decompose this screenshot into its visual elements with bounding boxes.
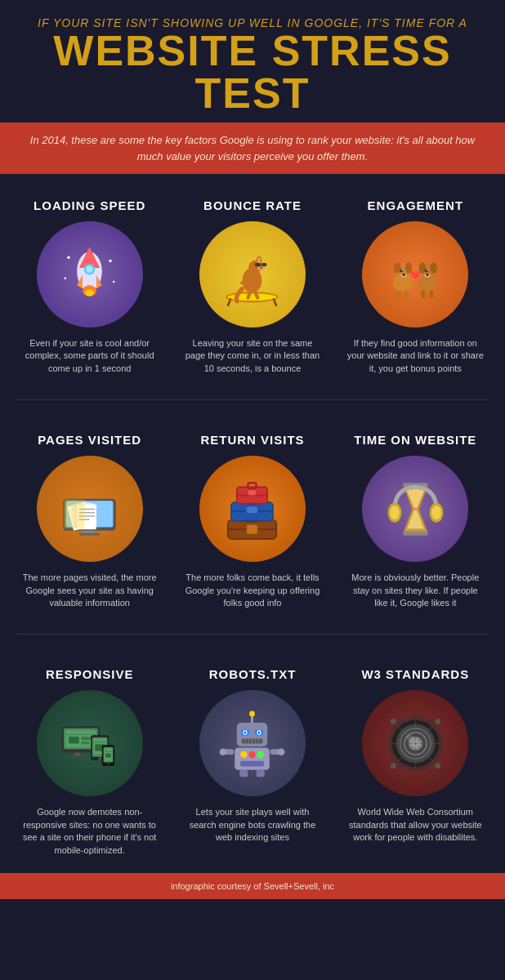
svg-point-87: [431, 506, 441, 519]
header-title: WEBSITE STRESS TEST: [16, 29, 489, 114]
svg-rect-134: [257, 770, 265, 777]
row-3: RESPONSIVE: [0, 643, 505, 873]
w3-standards-item: W3 STANDARDS: [334, 659, 497, 865]
pages-visited-title: PAGES VISITED: [38, 433, 141, 448]
engagement-item: ENGAGEMENT: [334, 190, 497, 383]
svg-point-148: [435, 719, 440, 724]
responsive-title: RESPONSIVE: [46, 667, 134, 682]
robots-txt-icon-circle: [199, 690, 306, 796]
svg-point-132: [278, 748, 285, 755]
engagement-title: ENGAGEMENT: [368, 198, 464, 213]
dogs-icon: [381, 240, 450, 310]
robots-txt-desc: Lets your site plays well with search en…: [183, 806, 322, 844]
svg-point-33: [405, 262, 413, 274]
svg-point-110: [250, 710, 256, 716]
svg-point-117: [258, 731, 261, 733]
pages-visited-item: PAGES VISITED: [8, 425, 171, 617]
return-visits-desc: The more folks come back, it tells Googl…: [183, 572, 322, 609]
footer-text: infographic courtesy of Sevell+Sevell, i…: [171, 881, 334, 891]
robots-txt-title: ROBOTS.TXT: [209, 667, 297, 682]
svg-point-37: [402, 273, 404, 275]
svg-point-147: [391, 719, 396, 724]
svg-point-125: [241, 751, 248, 759]
engagement-icon-circle: [362, 221, 468, 327]
svg-point-44: [425, 269, 428, 272]
row-1: LOADING SPEED Even: [0, 174, 505, 391]
return-visits-icon-circle: [199, 456, 306, 562]
svg-rect-51: [79, 532, 101, 535]
svg-rect-76: [248, 489, 257, 495]
kangaroo-icon: [217, 240, 287, 310]
time-on-website-desc: More is obviously better. People stay on…: [346, 572, 485, 609]
svg-point-42: [419, 262, 427, 274]
svg-rect-48: [421, 290, 425, 298]
robot-icon: [217, 709, 287, 778]
responsive-icon-circle: [37, 690, 143, 796]
bounce-rate-item: BOUNCE RATE: [171, 190, 333, 383]
svg-point-32: [394, 262, 401, 274]
svg-point-10: [65, 277, 67, 279]
row-2: PAGES VISITED: [0, 408, 505, 626]
loading-speed-icon-circle: [37, 221, 143, 327]
bounce-rate-title: BOUNCE RATE: [203, 198, 302, 213]
svg-point-108: [107, 762, 109, 764]
svg-point-116: [244, 731, 247, 733]
svg-point-7: [86, 289, 94, 296]
loading-speed-item: LOADING SPEED Even: [8, 190, 171, 383]
svg-rect-77: [248, 483, 257, 488]
svg-rect-128: [241, 761, 265, 767]
svg-point-47: [426, 273, 428, 275]
engagement-desc: If they find good information on your we…: [346, 337, 485, 375]
footer: infographic courtesy of Sevell+Sevell, i…: [0, 873, 505, 899]
svg-rect-71: [247, 506, 258, 514]
svg-point-35: [401, 269, 403, 270]
return-visits-title: RETURN VISITS: [200, 433, 304, 448]
responsive-desc: Google now demotes non-responsive sites:…: [20, 806, 159, 857]
speaker-icon: [381, 709, 450, 778]
w3-standards-desc: World Wide Web Consortium standards that…: [346, 806, 485, 844]
svg-rect-94: [81, 742, 89, 744]
svg-rect-39: [404, 290, 409, 298]
svg-point-45: [427, 269, 428, 270]
banner-text: In 2014, these are some the key factors …: [30, 134, 475, 163]
responsive-item: RESPONSIVE: [8, 659, 171, 865]
svg-rect-28: [261, 263, 267, 266]
time-on-website-title: TIME ON WEBSITE: [354, 433, 476, 448]
svg-rect-92: [69, 737, 79, 744]
devices-icon: [55, 709, 124, 778]
divider-2: [16, 634, 489, 635]
loading-speed-title: LOADING SPEED: [34, 198, 145, 213]
svg-rect-124: [235, 747, 270, 769]
divider-1: [16, 399, 489, 400]
hourglass-icon: [381, 474, 450, 544]
svg-point-127: [257, 751, 265, 759]
svg-point-11: [113, 280, 115, 283]
pages-visited-icon-circle: [37, 456, 143, 562]
svg-rect-107: [105, 753, 111, 757]
svg-rect-66: [247, 524, 258, 534]
svg-point-149: [391, 763, 396, 768]
w3-standards-icon-circle: [362, 690, 468, 796]
svg-rect-133: [240, 770, 248, 777]
monitor-icon: [55, 474, 124, 544]
svg-point-43: [430, 262, 437, 274]
svg-rect-96: [70, 756, 85, 759]
pages-visited-desc: The more pages visited, the more Google …: [20, 572, 159, 609]
rocket-icon: [55, 240, 124, 310]
svg-point-150: [435, 763, 440, 768]
subtitle-banner: In 2014, these are some the key factors …: [0, 122, 505, 174]
svg-rect-62: [64, 499, 85, 528]
bounce-rate-icon-circle: [199, 221, 306, 327]
svg-point-102: [99, 757, 101, 760]
robots-txt-item: ROBOTS.TXT: [171, 659, 333, 865]
bounce-rate-desc: Leaving your site on the same page they …: [183, 337, 322, 375]
svg-rect-38: [396, 290, 400, 298]
svg-point-3: [86, 265, 93, 273]
svg-point-23: [261, 266, 263, 269]
svg-point-85: [390, 506, 400, 519]
header-section: If your site isn't showing up well in Go…: [0, 0, 505, 122]
svg-rect-27: [255, 263, 261, 266]
w3-standards-title: W3 STANDARDS: [361, 667, 469, 682]
svg-point-34: [400, 269, 403, 272]
loading-speed-desc: Even if your site is cool and/or complex…: [20, 337, 159, 375]
